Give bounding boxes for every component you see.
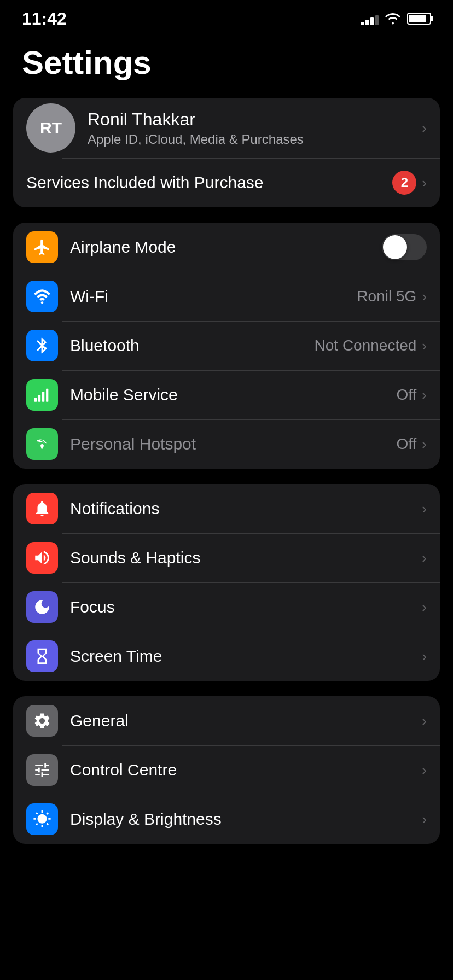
signal-bar-3 <box>370 18 374 25</box>
status-icons <box>361 12 431 25</box>
cellular-icon <box>33 386 51 404</box>
focus-row[interactable]: Focus › <box>13 582 440 632</box>
focus-icon <box>26 591 58 623</box>
notifications-row[interactable]: Notifications › <box>13 484 440 533</box>
control-centre-icon <box>26 754 58 786</box>
mobile-service-value: Off <box>396 386 416 404</box>
profile-subtitle: Apple ID, iCloud, Media & Purchases <box>88 132 422 147</box>
notifications-icon <box>26 493 58 524</box>
mobile-service-label: Mobile Service <box>70 386 178 404</box>
status-time: 11:42 <box>22 9 67 29</box>
avatar: RT <box>26 103 76 153</box>
mobile-service-right: Off › <box>396 386 427 404</box>
mobile-service-icon <box>26 379 58 411</box>
notifications-chevron-icon: › <box>422 500 427 517</box>
screen-time-chevron-icon: › <box>422 648 427 665</box>
mobile-service-content: Mobile Service Off › <box>70 386 427 404</box>
general-icon <box>26 705 58 737</box>
bluetooth-value: Not Connected <box>315 337 417 354</box>
bluetooth-chevron-icon: › <box>422 337 427 354</box>
general-content: General › <box>70 711 427 730</box>
services-chevron-icon: › <box>422 174 427 191</box>
notifications-content: Notifications › <box>70 499 427 518</box>
svg-rect-3 <box>42 392 44 401</box>
services-row[interactable]: Services Included with Purchase 2 › <box>13 158 440 207</box>
bluetooth-label: Bluetooth <box>70 336 140 355</box>
personal-hotspot-label: Personal Hotspot <box>70 435 196 453</box>
screen-time-icon <box>26 640 58 672</box>
control-centre-label: Control Centre <box>70 761 177 779</box>
mobile-service-chevron-icon: › <box>422 387 427 404</box>
wifi-value: Ronil 5G <box>357 288 416 305</box>
display-brightness-chevron-icon: › <box>422 811 427 828</box>
wifi-label: Wi-Fi <box>70 287 108 306</box>
mobile-service-row[interactable]: Mobile Service Off › <box>13 370 440 419</box>
bluetooth-icon <box>33 336 51 355</box>
bell-icon <box>33 499 51 518</box>
airplane-icon <box>33 238 51 256</box>
general-label: General <box>70 711 129 730</box>
personal-hotspot-content: Personal Hotspot Off › <box>70 435 427 453</box>
focus-content: Focus › <box>70 598 427 616</box>
airplane-mode-icon <box>26 231 58 263</box>
display-brightness-content: Display & Brightness › <box>70 810 427 829</box>
wifi-row[interactable]: Wi-Fi Ronil 5G › <box>13 272 440 321</box>
services-badge: 2 <box>392 171 416 195</box>
gear-icon <box>33 711 51 730</box>
svg-rect-2 <box>38 395 40 402</box>
personal-hotspot-right: Off › <box>396 435 427 453</box>
general-row[interactable]: General › <box>13 696 440 745</box>
services-label: Services Included with Purchase <box>26 173 264 192</box>
battery-fill <box>409 15 426 22</box>
speaker-icon <box>33 549 51 567</box>
display-brightness-label: Display & Brightness <box>70 810 222 829</box>
signal-bar-4 <box>375 15 379 25</box>
control-centre-row[interactable]: Control Centre › <box>13 745 440 795</box>
signal-bar-1 <box>361 22 364 25</box>
battery-icon <box>407 13 431 25</box>
profile-chevron-icon: › <box>422 120 427 137</box>
personal-hotspot-value: Off <box>396 435 416 453</box>
wifi-row-icon <box>26 281 58 312</box>
focus-chevron-icon: › <box>422 599 427 616</box>
screen-time-row[interactable]: Screen Time › <box>13 632 440 681</box>
hotspot-icon <box>33 435 51 453</box>
notifications-group: Notifications › Sounds & Haptics › Focus… <box>13 484 440 681</box>
focus-label: Focus <box>70 598 115 616</box>
services-right: 2 › <box>392 171 427 195</box>
bluetooth-row[interactable]: Bluetooth Not Connected › <box>13 321 440 370</box>
svg-rect-1 <box>34 398 37 402</box>
profile-row[interactable]: RT Ronil Thakkar Apple ID, iCloud, Media… <box>13 98 440 158</box>
signal-bars-icon <box>361 12 379 25</box>
svg-rect-4 <box>46 389 48 402</box>
sounds-haptics-label: Sounds & Haptics <box>70 549 200 567</box>
wifi-content: Wi-Fi Ronil 5G › <box>70 287 427 306</box>
airplane-mode-toggle[interactable] <box>382 234 427 260</box>
profile-group: RT Ronil Thakkar Apple ID, iCloud, Media… <box>13 98 440 207</box>
airplane-mode-row[interactable]: Airplane Mode <box>13 223 440 272</box>
bluetooth-right: Not Connected › <box>315 337 427 354</box>
general-chevron-icon: › <box>422 713 427 730</box>
airplane-mode-content: Airplane Mode <box>70 234 427 260</box>
svg-point-0 <box>41 301 43 304</box>
airplane-mode-label: Airplane Mode <box>70 238 176 256</box>
screen-time-content: Screen Time › <box>70 647 427 666</box>
status-bar: 11:42 <box>0 0 453 33</box>
personal-hotspot-row[interactable]: Personal Hotspot Off › <box>13 419 440 469</box>
sounds-haptics-row[interactable]: Sounds & Haptics › <box>13 533 440 582</box>
profile-info: Ronil Thakkar Apple ID, iCloud, Media & … <box>88 109 422 147</box>
sun-icon <box>33 810 51 829</box>
wifi-right: Ronil 5G › <box>357 288 427 305</box>
signal-bar-2 <box>365 20 369 25</box>
wifi-status-icon <box>385 13 400 25</box>
wifi-chevron-icon: › <box>422 288 427 305</box>
general-group: General › Control Centre › Display & Bri… <box>13 696 440 844</box>
moon-icon <box>33 598 51 616</box>
display-brightness-row[interactable]: Display & Brightness › <box>13 795 440 844</box>
sounds-haptics-chevron-icon: › <box>422 550 427 567</box>
page-title: Settings <box>0 33 453 98</box>
wifi-icon <box>33 287 51 306</box>
svg-point-5 <box>40 444 44 447</box>
services-content: Services Included with Purchase 2 › <box>26 171 427 195</box>
connectivity-group: Airplane Mode Wi-Fi Ronil 5G › <box>13 223 440 469</box>
